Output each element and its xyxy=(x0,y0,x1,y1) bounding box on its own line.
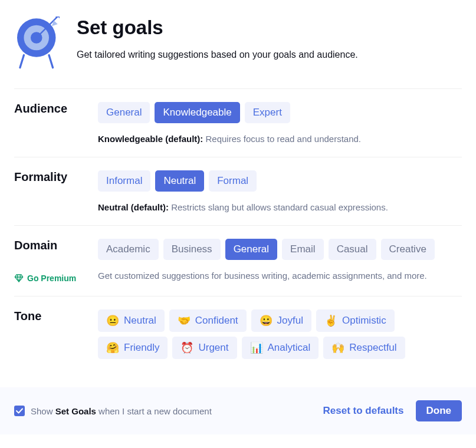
svg-line-4 xyxy=(49,55,53,67)
go-premium-link[interactable]: Go Premium xyxy=(14,274,84,283)
domain-section: Domain Go Premium AcademicBusinessGenera… xyxy=(14,226,462,297)
svg-line-3 xyxy=(20,55,24,67)
audience-desc: Knowledgeable (default): Requires focus … xyxy=(98,134,462,144)
tone-option-confident[interactable]: 🤝Confident xyxy=(169,309,247,332)
tone-option-analytical[interactable]: 📊Analytical xyxy=(242,337,319,359)
domain-option-casual[interactable]: Casual xyxy=(329,239,376,260)
tone-option-neutral[interactable]: 😐Neutral xyxy=(98,309,165,332)
tone-pills: 😐Neutral🤝Confident😀Joyful✌️Optimistic🤗Fr… xyxy=(98,309,462,359)
domain-pills: AcademicBusinessGeneralEmailCasualCreati… xyxy=(98,239,462,260)
page-title: Set goals xyxy=(77,17,358,39)
formality-option-formal[interactable]: Formal xyxy=(209,170,257,192)
tone-option-joyful[interactable]: 😀Joyful xyxy=(251,309,311,332)
tone-label: Tone xyxy=(14,309,84,323)
audience-option-general[interactable]: General xyxy=(98,102,150,123)
target-icon xyxy=(14,17,63,72)
show-goals-row[interactable]: Show Set Goals when I start a new docume… xyxy=(14,406,212,416)
show-goals-checkbox[interactable] xyxy=(14,406,25,416)
tone-section: Tone 😐Neutral🤝Confident😀Joyful✌️Optimist… xyxy=(14,297,462,387)
footer: Show Set Goals when I start a new docume… xyxy=(0,387,476,434)
tone-option-friendly[interactable]: 🤗Friendly xyxy=(98,337,168,359)
audience-section: Audience GeneralKnowledgeableExpert Know… xyxy=(14,89,462,157)
domain-desc: Get customized suggestions for business … xyxy=(98,271,462,281)
reset-button[interactable]: Reset to defaults xyxy=(323,405,404,417)
tone-option-respectful[interactable]: 🙌Respectful xyxy=(323,337,405,359)
domain-option-business[interactable]: Business xyxy=(163,239,221,260)
domain-option-general[interactable]: General xyxy=(225,239,277,260)
domain-label: Domain xyxy=(14,239,84,252)
domain-option-email[interactable]: Email xyxy=(282,239,324,260)
page-subtitle: Get tailored writing suggestions based o… xyxy=(77,50,358,60)
audience-option-expert[interactable]: Expert xyxy=(245,102,290,123)
tone-option-urgent[interactable]: ⏰Urgent xyxy=(172,337,237,359)
formality-section: Formality InformalNeutralFormal Neutral … xyxy=(14,157,462,226)
domain-option-academic[interactable]: Academic xyxy=(98,239,159,260)
formality-label: Formality xyxy=(14,170,84,184)
formality-pills: InformalNeutralFormal xyxy=(98,170,462,192)
audience-option-knowledgeable[interactable]: Knowledgeable xyxy=(155,102,239,123)
domain-option-creative[interactable]: Creative xyxy=(381,239,435,260)
done-button[interactable]: Done xyxy=(416,400,462,421)
show-goals-label: Show Set Goals when I start a new docume… xyxy=(31,406,212,416)
diamond-icon xyxy=(14,274,24,283)
audience-pills: GeneralKnowledgeableExpert xyxy=(98,102,462,123)
check-icon xyxy=(16,408,23,414)
audience-label: Audience xyxy=(14,102,84,116)
tone-option-optimistic[interactable]: ✌️Optimistic xyxy=(316,309,395,332)
formality-desc: Neutral (default): Restricts slang but a… xyxy=(98,202,462,212)
header: Set goals Get tailored writing suggestio… xyxy=(14,17,462,89)
formality-option-neutral[interactable]: Neutral xyxy=(155,170,204,192)
formality-option-informal[interactable]: Informal xyxy=(98,170,150,192)
